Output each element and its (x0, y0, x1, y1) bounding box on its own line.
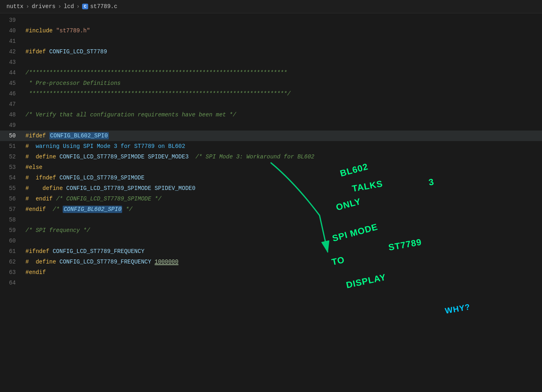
line-num-58: 58 (0, 217, 22, 223)
line-num-55: 55 (0, 185, 22, 192)
line-content-61: #ifndef CONFIG_LCD_ST7789_FREQUENCY (22, 248, 542, 255)
line-content-52: # define CONFIG_LCD_ST7789_SPIMODE SPIDE… (22, 154, 542, 160)
line-content-40: #include "st7789.h" (22, 27, 542, 34)
line-num-41: 41 (0, 38, 22, 44)
breadcrumb-sep-1: › (26, 3, 29, 10)
annotation-why: WHY? (444, 302, 471, 316)
line-56: 56 # endif /* CONFIG_LCD_ST7789_SPIMODE … (0, 194, 542, 204)
line-52: 52 # define CONFIG_LCD_ST7789_SPIMODE SP… (0, 152, 542, 162)
line-num-51: 51 (0, 143, 22, 150)
line-content-56: # endif /* CONFIG_LCD_ST7789_SPIMODE */ (22, 196, 542, 202)
line-num-63: 63 (0, 269, 22, 276)
line-num-39: 39 (0, 17, 22, 23)
line-51: 51 # warning Using SPI Mode 3 for ST7789… (0, 141, 542, 152)
line-40: 40 #include "st7789.h" (0, 25, 542, 36)
line-61: 61 #ifndef CONFIG_LCD_ST7789_FREQUENCY (0, 246, 542, 257)
breadcrumb-bar: nuttx › drivers › lcd › C st7789.c (0, 0, 542, 13)
line-num-50: 50 (0, 133, 22, 139)
line-content-63: #endif (22, 269, 542, 276)
line-content-44: /***************************************… (22, 70, 542, 76)
line-53: 53 #else (0, 162, 542, 173)
line-content-45: * Pre-processor Definitions (22, 80, 542, 86)
line-num-47: 47 (0, 101, 22, 107)
line-46: 46 *************************************… (0, 89, 542, 99)
line-num-61: 61 (0, 248, 22, 255)
line-num-57: 57 (0, 206, 22, 213)
line-50: 50 #ifdef CONFIG_BL602_SPI0 (0, 131, 542, 141)
line-64: 64 (0, 278, 542, 288)
line-60: 60 (0, 236, 542, 246)
line-62: 62 # define CONFIG_LCD_ST7789_FREQUENCY … (0, 257, 542, 267)
line-num-46: 46 (0, 91, 22, 97)
line-48: 48 /* Verify that all configuration requ… (0, 110, 542, 120)
breadcrumb-filename[interactable]: st7789.c (90, 3, 117, 10)
line-content-54: # ifndef CONFIG_LCD_ST7789_SPIMODE (22, 175, 542, 181)
line-content-62: # define CONFIG_LCD_ST7789_FREQUENCY 100… (22, 259, 542, 265)
code-area: 39 40 #include "st7789.h" 41 42 #ifdef C… (0, 13, 542, 290)
breadcrumb-sep-3: › (76, 3, 80, 10)
line-num-42: 42 (0, 48, 22, 55)
line-num-52: 52 (0, 154, 22, 160)
line-43: 43 (0, 57, 542, 67)
line-58: 58 (0, 215, 542, 225)
line-45: 45 * Pre-processor Definitions (0, 78, 542, 89)
line-44: 44 /************************************… (0, 67, 542, 78)
line-num-56: 56 (0, 196, 22, 202)
line-num-45: 45 (0, 80, 22, 86)
line-content-42: #ifdef CONFIG_LCD_ST7789 (22, 48, 542, 55)
breadcrumb-file: C st7789.c (82, 3, 117, 10)
line-content-46: ****************************************… (22, 91, 542, 97)
line-54: 54 # ifndef CONFIG_LCD_ST7789_SPIMODE (0, 173, 542, 183)
line-num-48: 48 (0, 112, 22, 118)
line-content-59: /* SPI frequency */ (22, 227, 542, 234)
line-num-53: 53 (0, 164, 22, 171)
c-file-icon: C (82, 4, 88, 9)
line-41: 41 (0, 36, 542, 46)
line-47: 47 (0, 99, 542, 110)
breadcrumb-lcd[interactable]: lcd (64, 3, 74, 10)
line-num-49: 49 (0, 122, 22, 129)
line-num-60: 60 (0, 238, 22, 244)
line-content-57: #endif /* CONFIG_BL602_SPI0 */ (22, 206, 542, 213)
line-num-54: 54 (0, 175, 22, 181)
breadcrumb-nuttx[interactable]: nuttx (6, 3, 23, 10)
line-num-40: 40 (0, 27, 22, 34)
line-59: 59 /* SPI frequency */ (0, 225, 542, 236)
line-num-43: 43 (0, 59, 22, 65)
line-content-53: #else (22, 164, 542, 171)
line-content-48: /* Verify that all configuration require… (22, 112, 542, 118)
line-content-51: # warning Using SPI Mode 3 for ST7789 on… (22, 143, 542, 150)
line-63: 63 #endif (0, 267, 542, 278)
line-55: 55 # define CONFIG_LCD_ST7789_SPIMODE SP… (0, 183, 542, 194)
line-num-62: 62 (0, 259, 22, 265)
line-42: 42 #ifdef CONFIG_LCD_ST7789 (0, 46, 542, 57)
breadcrumb-sep-2: › (58, 3, 61, 10)
line-content-50: #ifdef CONFIG_BL602_SPI0 (22, 133, 542, 139)
line-39: 39 (0, 15, 542, 25)
breadcrumb-drivers[interactable]: drivers (32, 3, 55, 10)
line-num-44: 44 (0, 70, 22, 76)
line-num-59: 59 (0, 227, 22, 234)
line-num-64: 64 (0, 280, 22, 286)
line-49: 49 (0, 120, 542, 131)
line-57: 57 #endif /* CONFIG_BL602_SPI0 */ (0, 204, 542, 215)
line-content-55: # define CONFIG_LCD_ST7789_SPIMODE SPIDE… (22, 185, 542, 192)
